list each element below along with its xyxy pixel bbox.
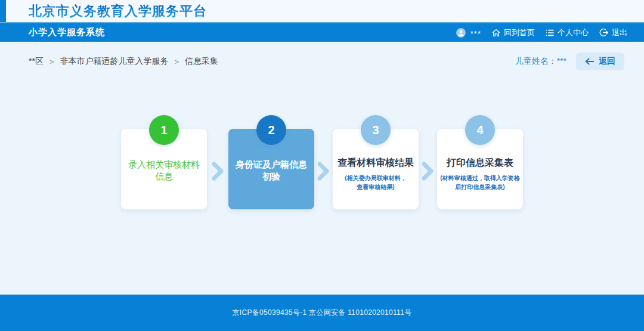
nav-item-label: 回到首页 [504, 27, 535, 38]
breadcrumb-item-current: 信息采集 [185, 56, 218, 67]
breadcrumb-row: **区 > 非本市户籍适龄儿童入学服务 > 信息采集 儿童姓名：*** 返回 [29, 52, 624, 70]
step-subtitle: (相关委办局联审材料， 查看审核结果) [333, 174, 419, 192]
step-3-number-badge: 3 [361, 115, 391, 145]
platform-header: 北京市义务教育入学服务平台 [0, 0, 644, 22]
nav-item-logout[interactable]: 退出 [599, 27, 627, 38]
nav-item-home[interactable]: 回到首页 [491, 27, 535, 38]
page-footer: 京ICP备05039435号-1 京公网安备 11010202010111号 [0, 294, 644, 331]
step-title: 查看材料审核结果 [333, 156, 419, 169]
platform-title: 北京市义务教育入学服务平台 [29, 0, 207, 22]
nav-item-label: 退出 [612, 27, 627, 38]
user-name-masked: *** [470, 29, 481, 38]
icp-record-text: 京ICP备05039435号-1 京公网安备 11010202010111号 [233, 308, 412, 318]
avatar-icon [455, 27, 467, 39]
user-account[interactable]: *** [455, 27, 481, 39]
breadcrumb-separator: > [49, 57, 54, 66]
chevron-right-icon [317, 162, 329, 181]
breadcrumb: **区 > 非本市户籍适龄儿童入学服务 > 信息采集 [29, 56, 218, 67]
system-title: 小学入学服务系统 [29, 27, 105, 38]
back-button[interactable]: 返回 [576, 52, 624, 70]
step-2-number-badge: 2 [256, 115, 286, 145]
nav-item-label: 个人中心 [558, 27, 589, 38]
breadcrumb-separator: > [175, 57, 179, 66]
home-icon [491, 28, 501, 38]
breadcrumb-item-service[interactable]: 非本市户籍适龄儿童入学服务 [60, 56, 169, 67]
list-icon [545, 28, 555, 38]
breadcrumb-right: 儿童姓名：*** 返回 [515, 52, 624, 70]
breadcrumb-item-district[interactable]: **区 [29, 56, 44, 67]
left-edge-decoration [0, 0, 6, 22]
system-navbar: 小学入学服务系统 *** 回到首页 [0, 22, 644, 42]
back-button-label: 返回 [599, 56, 615, 67]
step-title: 打印信息采集表 [437, 156, 523, 169]
logout-icon [599, 27, 609, 38]
child-name-value: 儿童姓名：*** [515, 56, 566, 67]
step-title: 录入相关审核材料信息 [121, 159, 207, 183]
arrow-left-icon [585, 58, 594, 65]
chevron-right-icon [422, 162, 434, 181]
chevron-right-icon [212, 162, 224, 181]
nav-item-profile[interactable]: 个人中心 [545, 27, 589, 38]
step-1-number-badge: 1 [149, 115, 179, 145]
step-4-number-badge: 4 [465, 115, 495, 145]
step-subtitle: (材料审核通过，取得入学资格 后打印信息采集表) [437, 174, 523, 192]
step-title: 身份证及户籍信息初验 [228, 159, 314, 183]
navbar-actions: *** 回到首页 个人中心 [445, 27, 627, 39]
